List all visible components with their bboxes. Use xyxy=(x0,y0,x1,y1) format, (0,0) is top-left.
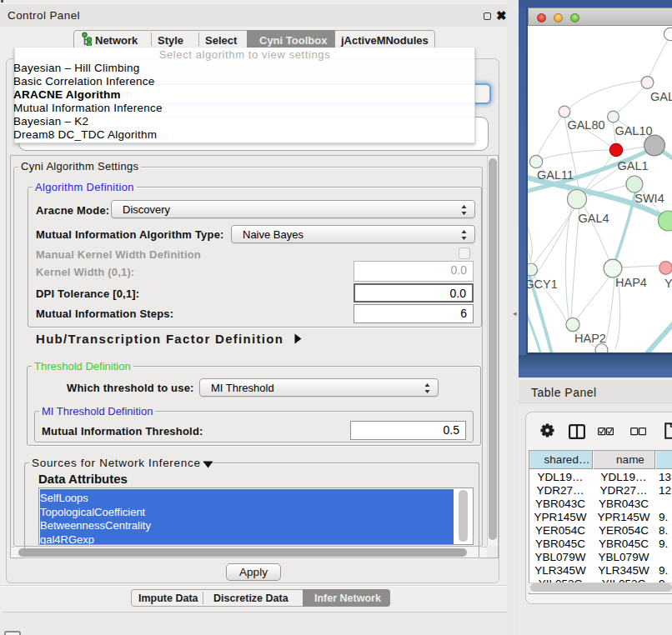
svg-text:SWI4: SWI4 xyxy=(634,192,664,205)
svg-text:GAL1: GAL1 xyxy=(617,159,648,172)
svg-text:HAP4: HAP4 xyxy=(615,276,647,289)
svg-text:GAL: GAL xyxy=(650,90,672,103)
svg-text:GAL80: GAL80 xyxy=(567,118,604,132)
svg-text:GAL4: GAL4 xyxy=(578,212,609,225)
svg-text:GCY1: GCY1 xyxy=(528,278,558,291)
svg-text:GAL11: GAL11 xyxy=(537,168,574,182)
svg-text:HAP2: HAP2 xyxy=(574,332,606,345)
svg-text:Y: Y xyxy=(664,277,672,290)
svg-text:GAL10: GAL10 xyxy=(614,124,652,138)
